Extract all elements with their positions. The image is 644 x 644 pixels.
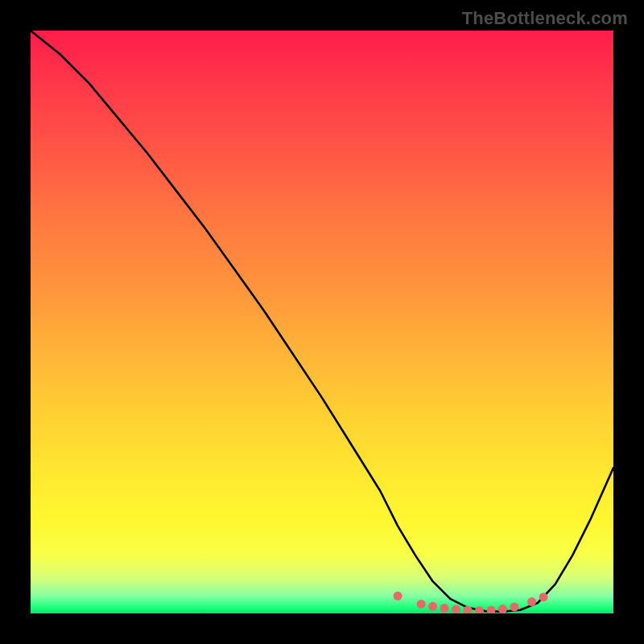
marker-dot — [452, 605, 460, 613]
marker-dot — [527, 597, 536, 606]
optimal-zone-dots — [394, 592, 548, 613]
marker-dot — [394, 592, 402, 601]
marker-dot — [417, 600, 426, 609]
bottleneck-curve — [31, 31, 613, 612]
chart-svg — [31, 31, 613, 613]
marker-dot — [539, 592, 548, 601]
marker-dot — [498, 605, 507, 613]
chart-frame: TheBottleneck.com — [0, 0, 644, 644]
watermark-text: TheBottleneck.com — [462, 8, 628, 29]
marker-dot — [475, 606, 484, 613]
marker-dot — [487, 606, 496, 614]
plot-area — [31, 31, 613, 613]
marker-dot — [440, 604, 449, 613]
marker-dot — [428, 602, 437, 611]
marker-dot — [510, 603, 518, 612]
